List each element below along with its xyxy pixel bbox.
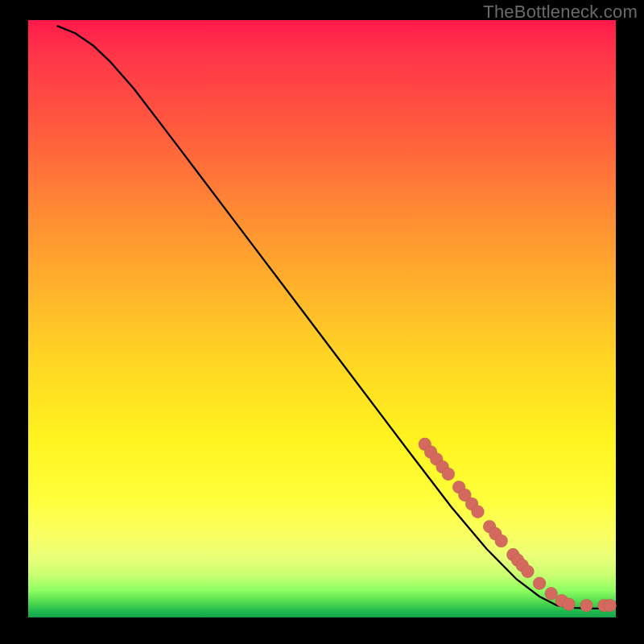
chart-svg (28, 20, 616, 617)
data-point (472, 506, 485, 518)
data-point (604, 599, 617, 612)
data-point (563, 598, 576, 611)
bottleneck-curve (58, 26, 610, 609)
data-point (522, 565, 535, 578)
data-point (580, 599, 593, 612)
attribution-label: TheBottleneck.com (483, 2, 638, 23)
chart-stage: TheBottleneck.com (0, 0, 644, 644)
data-point (533, 577, 546, 590)
plot-area (28, 20, 616, 617)
data-point (442, 468, 455, 481)
data-markers (419, 438, 617, 612)
data-point (495, 535, 508, 547)
